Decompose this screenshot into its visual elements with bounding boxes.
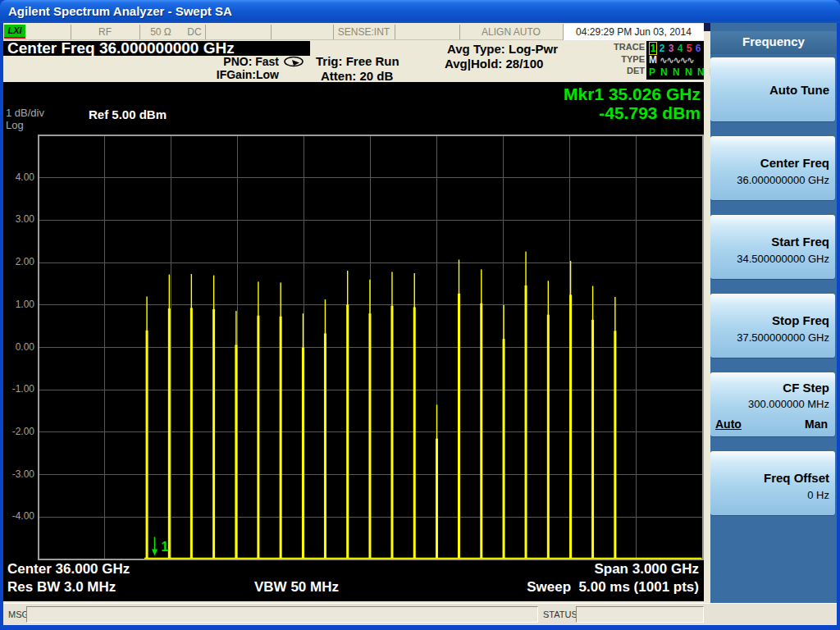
cf-step-man-toggle[interactable]: Man [805,418,828,431]
marker-freq-readout: Mkr1 35.026 GHz [564,84,701,104]
softkey-menu: Frequency Auto Tune Center Freq 36.00000… [710,23,837,625]
active-function-banner: Center Freq 36.000000000 GHz [3,41,310,56]
softkey-value: 300.000000 MHz [748,398,829,410]
det-label: DET [627,66,645,75]
align-indicator: ALIGN AUTO [459,26,563,38]
status-field [576,606,704,623]
y-axis-tick-label: 4.00 [3,171,34,183]
trace-number-row: 123456 [649,42,704,54]
y-axis-tick-label: -3.00 [3,468,34,480]
title-bar: Agilent Spectrum Analyzer - Swept SA [0,0,840,23]
waveform-icons: ∿∿∿∿∿ [660,55,693,65]
trace-3-indicator[interactable]: 3 [667,43,675,54]
y-axis-tick-label: 1.00 [3,299,34,310]
trace-5-indicator[interactable]: 5 [685,43,693,54]
softkey-start-freq[interactable]: Start Freq 34.500000000 GHz [710,215,835,279]
ref-level-label: Ref 5.00 dBm [89,107,167,121]
softkey-value: 0 Hz [807,489,829,501]
trace-1-indicator[interactable]: 1 [649,42,657,55]
trace-type-value: M [649,54,657,66]
trace-6-indicator[interactable]: 6 [694,43,702,54]
trace-legend-labels: TRACE TYPE DET [599,0,645,82]
softkey-center-freq[interactable]: Center Freq 36.000000000 GHz [710,136,835,200]
softkey-stop-freq[interactable]: Stop Freq 37.500000000 GHz [710,294,835,358]
span-annotation: Span 3.000 GHz [594,561,699,578]
loop-arrow-icon [283,56,306,67]
ifgain-readout: IFGain:Low [197,68,279,81]
strip-divider [395,25,395,39]
y-axis-tick-label: -4.00 [3,510,34,522]
y-axis-tick-label: -1.00 [3,383,34,395]
strip-divider [271,25,272,39]
rf-indicator: RF [71,26,139,38]
trace-label: TRACE [614,42,645,52]
window-border-right [837,23,840,625]
scale-per-div-label: 1 dB/div [6,107,44,119]
center-freq-annotation: Center 36.000 GHz [7,561,130,578]
msg-field [26,606,538,623]
atten-readout: Atten: 20 dB [321,69,393,83]
app-window: Agilent Spectrum Analyzer - Swept SA LXI… [0,0,840,630]
coupling-indicator: DC [180,26,208,38]
softkey-value: 34.500000000 GHz [737,253,829,265]
softkey-label: Stop Freq [772,313,829,327]
svg-text:1: 1 [162,540,169,554]
softkey-label: Auto Tune [769,83,829,97]
y-axis-tick-label: 3.00 [3,213,34,225]
menu-title: Frequency [710,31,837,54]
softkey-value: 37.500000000 GHz [737,331,829,344]
marker-amp-readout: -45.793 dBm [599,103,701,123]
trace-4-indicator[interactable]: 4 [676,43,684,54]
scale-type-label: Log [6,119,24,131]
softkey-value: 36.000000000 GHz [737,174,829,186]
window-border-bottom [0,625,840,630]
y-axis-tick-label: 2.00 [3,256,34,267]
impedance-indicator: 50 Ω [139,26,182,38]
softkey-label: CF Step [783,381,829,395]
trace-legend: 123456 M ∿∿∿∿∿ P N N N N N [646,41,704,80]
softkey-label: Center Freq [760,156,829,170]
softkey-label: Freq Offset [764,471,829,485]
message-status-bar: MSG STATUS [3,603,837,625]
pno-readout: PNO: Fast [197,55,279,68]
rbw-annotation: Res BW 3.0 MHz [7,579,116,596]
softkey-label: Start Freq [771,235,829,249]
cf-step-auto-toggle[interactable]: Auto [715,418,742,431]
trace-type-row: M ∿∿∿∿∿ [649,54,704,66]
spectrum-display: 1 Mkr1 35.026 GHz -45.793 dBm 1 dB/div L… [3,82,704,601]
trace-detector-row: P N N N N N [649,66,704,79]
lxi-badge-icon: LXI [4,25,25,39]
window-title: Agilent Spectrum Analyzer - Swept SA [8,4,232,18]
y-axis-tick-label: 0.00 [3,341,34,353]
avg-type-readout: Avg Type: Log-Pwr [447,42,558,56]
trigger-readout: Trig: Free Run [316,54,399,68]
status-label: STATUS [543,609,578,619]
sweep-annotation: Sweep 5.00 ms (1001 pts) [527,579,699,596]
softkey-freq-offset[interactable]: Freq Offset 0 Hz [710,451,835,515]
softkey-cf-step[interactable]: CF Step 300.000000 MHz Auto Man [710,372,835,436]
vbw-annotation: VBW 50 MHz [254,579,339,596]
type-label: TYPE [621,54,645,64]
spectrum-plot-svg: 1 [3,82,704,601]
softkey-auto-tune[interactable]: Auto Tune [710,57,835,121]
avg-hold-readout: Avg|Hold: 28/100 [445,57,543,71]
y-axis-tick-label: -2.00 [3,426,34,437]
trace-2-indicator[interactable]: 2 [658,43,666,54]
sense-indicator: SENSE:INT [333,26,395,38]
